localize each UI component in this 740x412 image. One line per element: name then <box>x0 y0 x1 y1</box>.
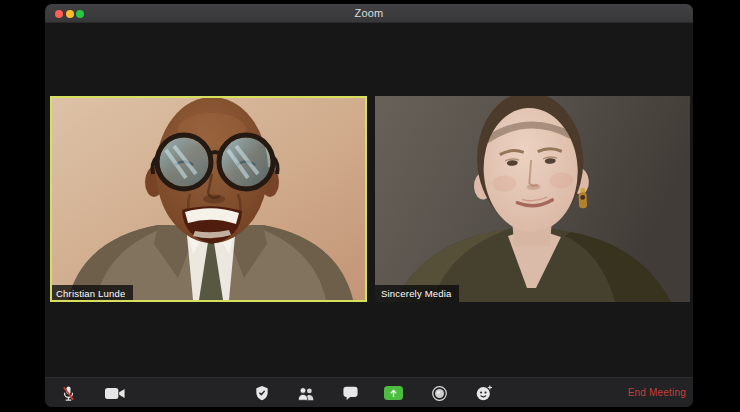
participant-name-label: Christian Lunde <box>50 285 133 303</box>
participants-button[interactable] <box>293 380 319 406</box>
security-button[interactable] <box>249 380 275 406</box>
video-tile-christian-lunde[interactable]: Christian Lunde <box>50 96 367 302</box>
desktop-background: Zoom <box>0 0 740 412</box>
video-tile-sincerely-media[interactable]: Sincerely Media <box>375 96 690 302</box>
portrait-christian-lunde <box>52 98 365 300</box>
chat-button[interactable] <box>337 380 363 406</box>
window-titlebar[interactable]: Zoom <box>45 4 693 23</box>
zoom-app-window: Zoom <box>45 4 693 407</box>
shield-icon <box>254 385 270 401</box>
portrait-sincerely-media <box>375 96 690 302</box>
record-button[interactable] <box>426 380 452 406</box>
window-title: Zoom <box>45 4 693 23</box>
participant-name-label: Sincerely Media <box>375 285 459 303</box>
meeting-toolbar: End Meeting <box>45 377 693 407</box>
microphone-muted-icon <box>59 384 78 403</box>
share-screen-button[interactable] <box>380 380 406 406</box>
chat-bubble-icon <box>342 385 359 401</box>
reactions-button[interactable] <box>471 380 497 406</box>
participants-icon <box>295 386 317 401</box>
end-meeting-button[interactable]: End Meeting <box>628 378 686 407</box>
record-icon <box>431 385 448 402</box>
video-button[interactable] <box>102 380 128 406</box>
video-camera-icon <box>104 386 126 401</box>
share-screen-icon <box>384 386 403 400</box>
mute-button[interactable] <box>55 380 81 406</box>
reactions-icon <box>475 384 493 402</box>
